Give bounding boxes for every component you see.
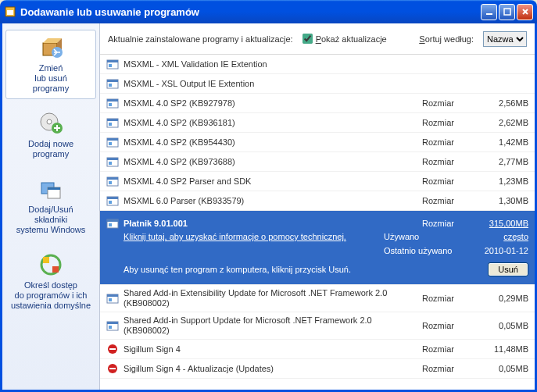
- cd-add-icon: [38, 111, 63, 136]
- program-name: Shared Add-in Extensibility Update for M…: [124, 288, 417, 308]
- size-label: Rozmiar: [422, 98, 469, 108]
- size-label: Rozmiar: [422, 137, 469, 147]
- support-link[interactable]: Kliknij tutaj, aby uzyskać informacje o …: [124, 232, 384, 241]
- list-item[interactable]: MSXML 4.0 SP2 Parser and SDKRozmiar1,23M…: [100, 172, 535, 191]
- used-label: Używano: [384, 232, 470, 241]
- program-name: MSXML 4.0 SP2 Parser and SDK: [124, 176, 417, 187]
- svg-rect-38: [107, 177, 118, 180]
- size-label: Rozmiar: [422, 219, 469, 228]
- app-icon: [4, 5, 16, 18]
- sidebar-program-access[interactable]: Określ dostępdo programów i ichustawieni…: [5, 247, 96, 316]
- svg-rect-36: [109, 162, 112, 165]
- program-icon: [106, 97, 119, 109]
- svg-rect-26: [107, 99, 118, 102]
- list-item[interactable]: MSXML - XML Validation IE Extention: [100, 55, 535, 74]
- list-item[interactable]: MSXML 4.0 SP2 (KB927978)Rozmiar2,56MB: [100, 94, 535, 113]
- svg-rect-15: [48, 187, 60, 190]
- program-name: MSXML - XSL Output IE Extention: [124, 79, 528, 89]
- list-item[interactable]: Shared Add-in Extensibility Update for M…: [100, 285, 535, 312]
- size-label: Rozmiar: [422, 321, 469, 330]
- show-updates-label[interactable]: Pokaż aktualizacje: [316, 34, 387, 44]
- windows-components-icon: [38, 176, 63, 201]
- svg-point-11: [47, 119, 52, 124]
- list-item[interactable]: MSXML 4.0 SP2 (KB973688)Rozmiar2,77MB: [100, 152, 535, 172]
- program-icon: [106, 319, 119, 332]
- sidebar-label: Dodaj noweprogramy: [8, 139, 94, 159]
- list-item[interactable]: Shared Add-in Support Update for Microso…: [100, 312, 535, 340]
- sidebar-label: Określ dostępdo programów i ichustawieni…: [8, 280, 94, 311]
- program-name: MSXML 4.0 SP2 (KB973688): [124, 157, 417, 167]
- svg-rect-24: [109, 84, 112, 87]
- program-icon: [106, 194, 119, 207]
- svg-rect-39: [109, 181, 112, 184]
- size-value: 1,42MB: [474, 137, 528, 147]
- program-icon: [106, 136, 119, 148]
- svg-rect-47: [107, 294, 118, 297]
- program-icon: [106, 155, 119, 168]
- program-icon: [106, 343, 119, 355]
- size-label: Rozmiar: [422, 344, 469, 354]
- main-panel: Aktualnie zainstalowane programy i aktua…: [100, 23, 535, 390]
- size-label: Rozmiar: [422, 118, 469, 127]
- program-icon: [106, 116, 119, 129]
- titlebar[interactable]: Dodawanie lub usuwanie programów: [0, 0, 537, 23]
- size-value: 0,05MB: [474, 321, 528, 330]
- svg-rect-50: [107, 322, 118, 324]
- window: Dodawanie lub usuwanie programów Zmieńlu…: [0, 0, 537, 392]
- svg-rect-45: [109, 223, 112, 226]
- size-label: Rozmiar: [422, 364, 469, 373]
- size-label: Rozmiar: [422, 176, 469, 186]
- remove-button[interactable]: Usuń: [488, 262, 528, 276]
- window-title: Dodawanie lub usuwanie programów: [20, 6, 481, 18]
- size-value[interactable]: 315,00MB: [474, 219, 528, 228]
- sidebar-windows-components[interactable]: Dodaj/Usuńskładnikisystemu Windows: [5, 171, 96, 241]
- list-item[interactable]: MSXML - XSL Output IE Extention: [100, 74, 535, 94]
- sidebar-change-remove[interactable]: Zmieńlub usuńprogramy: [5, 30, 96, 99]
- svg-rect-41: [107, 197, 118, 199]
- size-value: 2,56MB: [474, 98, 528, 108]
- program-icon: [106, 58, 119, 70]
- program-access-icon: [38, 252, 63, 277]
- size-label: Rozmiar: [422, 294, 469, 303]
- last-used-value: 2010-01-12: [470, 246, 528, 255]
- program-icon: [106, 362, 119, 375]
- program-name: Sigillum Sign 4: [124, 344, 417, 355]
- svg-rect-51: [109, 326, 112, 329]
- list-item[interactable]: MSXML 6.0 Parser (KB933579)Rozmiar1,30MB: [100, 191, 535, 211]
- remove-instruction: Aby usunąć ten program z komputera, klik…: [124, 265, 488, 274]
- svg-rect-53: [109, 348, 116, 350]
- svg-rect-17: [43, 257, 49, 263]
- svg-rect-33: [109, 142, 112, 145]
- sidebar: Zmieńlub usuńprogramy Dodaj noweprogramy…: [2, 23, 100, 390]
- maximize-button[interactable]: [499, 4, 515, 20]
- sidebar-add-new[interactable]: Dodaj noweprogramy: [5, 105, 96, 165]
- svg-rect-29: [107, 119, 118, 121]
- program-name: Shared Add-in Support Update for Microso…: [124, 315, 417, 336]
- sort-by-label: Sortuj według:: [419, 34, 474, 44]
- program-icon: [106, 292, 119, 305]
- svg-rect-18: [52, 266, 59, 273]
- svg-rect-20: [107, 60, 118, 62]
- used-value[interactable]: często: [470, 232, 528, 241]
- program-name: Sigillum Sign 4 - Aktualizacje (Updates): [124, 364, 417, 374]
- minimize-button[interactable]: [481, 4, 497, 20]
- list-item[interactable]: MSXML 4.0 SP2 (KB954430)Rozmiar1,42MB: [100, 133, 535, 152]
- sidebar-label: Dodaj/Usuńskładnikisystemu Windows: [8, 205, 94, 235]
- show-updates-checkbox[interactable]: [303, 34, 313, 44]
- list-item[interactable]: MSXML 4.0 SP2 (KB936181)Rozmiar2,62MB: [100, 113, 535, 133]
- sort-by-select[interactable]: Nazwa: [483, 31, 527, 47]
- program-icon: [106, 77, 119, 90]
- size-value: 11,48MB: [474, 344, 528, 354]
- list-item[interactable]: Sigillum Sign 4 - Aktualizacje (Updates)…: [100, 359, 535, 379]
- size-label: Rozmiar: [422, 196, 469, 205]
- list-item[interactable]: Sigillum Sign 4Rozmiar11,48MB: [100, 340, 535, 359]
- close-button[interactable]: [517, 4, 533, 20]
- size-value: 0,29MB: [474, 294, 528, 303]
- program-name: MSXML 4.0 SP2 (KB954430): [124, 137, 417, 148]
- program-list[interactable]: MSXML - XML Validation IE ExtentionMSXML…: [100, 55, 535, 390]
- svg-rect-48: [109, 298, 112, 301]
- svg-rect-42: [109, 201, 112, 204]
- list-item-selected[interactable]: Płatnik 9.01.001 Rozmiar 315,00MB Klikni…: [100, 211, 535, 285]
- toolbar: Aktualnie zainstalowane programy i aktua…: [100, 23, 535, 55]
- program-name: MSXML 6.0 Parser (KB933579): [124, 196, 417, 206]
